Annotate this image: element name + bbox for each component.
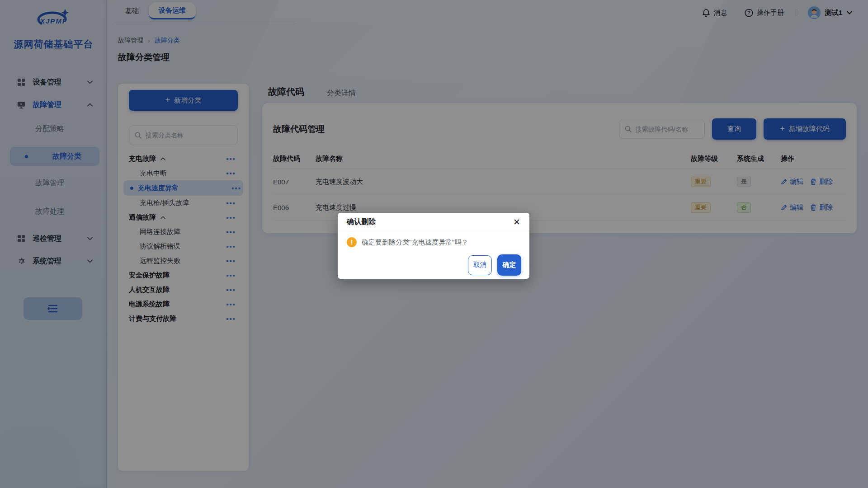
confirm-delete-dialog: 确认删除 ✕ ! 确定要删除分类"充电速度异常"吗？ 取消 确定 bbox=[338, 213, 529, 279]
dialog-footer: 取消 确定 bbox=[338, 254, 529, 276]
warning-icon: ! bbox=[347, 237, 357, 247]
confirm-button[interactable]: 确定 bbox=[497, 254, 521, 276]
close-icon[interactable]: ✕ bbox=[513, 218, 520, 226]
dialog-title: 确认删除 bbox=[347, 217, 513, 227]
dialog-body: ! 确定要删除分类"充电速度异常"吗？ bbox=[338, 231, 529, 247]
app-root: XJPMF 源网荷储基础平台 设备管理 故障管理 bbox=[0, 0, 868, 488]
dialog-header: 确认删除 ✕ bbox=[338, 213, 529, 231]
dialog-message: 确定要删除分类"充电速度异常"吗？ bbox=[362, 238, 468, 247]
cancel-button[interactable]: 取消 bbox=[468, 255, 492, 275]
